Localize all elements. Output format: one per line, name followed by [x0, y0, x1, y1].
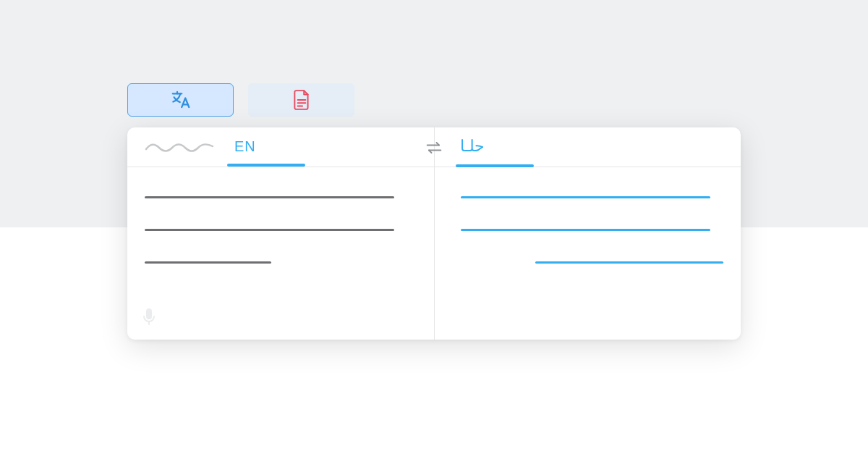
- mode-tabs: [127, 83, 741, 117]
- active-tab-underline: [227, 164, 305, 167]
- target-text-line: [535, 261, 723, 264]
- source-text-area[interactable]: [127, 167, 434, 308]
- target-text-line: [461, 196, 710, 198]
- translator-card: EN حلـا: [127, 127, 741, 340]
- source-text-line: [145, 229, 394, 231]
- svg-rect-3: [146, 308, 152, 319]
- target-language-selected[interactable]: حلـا: [460, 137, 485, 157]
- target-language-bar: حلـا: [435, 127, 741, 167]
- source-pane: EN: [127, 127, 435, 340]
- active-tab-underline: [456, 164, 534, 167]
- tab-translate-text[interactable]: [127, 83, 234, 117]
- tab-translate-document[interactable]: [248, 83, 354, 117]
- source-language-selected[interactable]: EN: [234, 138, 256, 156]
- target-text-line: [461, 229, 710, 231]
- swap-languages-button[interactable]: [424, 138, 444, 158]
- detect-language-icon[interactable]: [145, 140, 214, 154]
- source-language-code: EN: [234, 138, 256, 154]
- source-text-line: [145, 261, 271, 264]
- target-text-area: [435, 167, 741, 308]
- target-pane: حلـا: [435, 127, 741, 340]
- source-text-line: [145, 196, 394, 198]
- source-language-bar: EN: [127, 127, 434, 167]
- voice-input-button[interactable]: [143, 308, 155, 325]
- translator-widget: EN حلـا: [127, 83, 741, 340]
- target-language-label: حلـا: [460, 137, 485, 155]
- translate-icon: [170, 89, 192, 111]
- document-icon: [292, 89, 311, 111]
